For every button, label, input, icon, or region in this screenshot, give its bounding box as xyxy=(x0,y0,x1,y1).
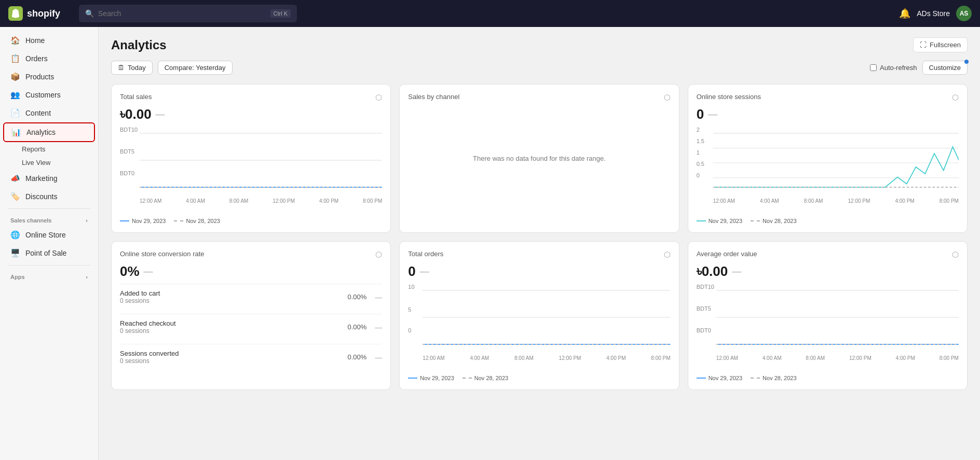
sidebar-item-reports[interactable]: Reports xyxy=(3,143,95,156)
customize-button[interactable]: Customize xyxy=(922,61,968,75)
notifications-icon[interactable]: 🔔 xyxy=(899,8,910,19)
sidebar-item-orders[interactable]: 📋 Orders xyxy=(3,50,95,67)
page-title: Analytics xyxy=(111,38,167,52)
aov-legend: Nov 29, 2023 Nov 28, 2023 xyxy=(697,375,959,381)
logo[interactable]: shopify xyxy=(8,6,60,21)
to-legend-yesterday-line xyxy=(462,378,472,379)
cr-export-icon[interactable]: ⬡ xyxy=(375,250,382,259)
oss-legend-today: Nov 29, 2023 xyxy=(697,218,742,224)
to-export-icon[interactable]: ⬡ xyxy=(664,250,671,259)
x-label-4: 4:00 PM xyxy=(319,198,338,204)
total-sales-y1: BDT10 xyxy=(120,127,138,133)
search-shortcut: Ctrl K xyxy=(270,9,291,18)
sales-by-channel-card: Sales by channel ⬡ There was no data fou… xyxy=(399,84,679,233)
total-sales-chart-svg xyxy=(140,127,382,194)
aov-export-icon[interactable]: ⬡ xyxy=(952,250,959,259)
to-dash: — xyxy=(420,266,429,277)
to-legend-today: Nov 29, 2023 xyxy=(408,375,454,381)
auto-refresh-checkbox[interactable] xyxy=(870,64,877,71)
oss-y3: 1 xyxy=(697,149,700,156)
sidebar-item-home[interactable]: 🏠 Home xyxy=(3,32,95,49)
cr-row-2-dash: — xyxy=(375,353,382,361)
to-chart-svg xyxy=(423,284,670,351)
sidebar-item-customers[interactable]: 👥 Customers xyxy=(3,86,95,104)
cr-row-1-value: 0.00% xyxy=(347,323,366,331)
sidebar-item-analytics[interactable]: 📊 Analytics xyxy=(3,122,95,142)
cr-value: 0% xyxy=(120,263,140,280)
sidebar-item-marketing[interactable]: 📣 Marketing xyxy=(3,170,95,187)
apps-expand-icon[interactable]: › xyxy=(86,274,88,280)
shopify-bag-icon xyxy=(8,6,23,21)
compare-filter-button[interactable]: Compare: Yesterday xyxy=(158,61,233,75)
oss-value-row: 0 — xyxy=(697,106,959,122)
sidebar-item-products[interactable]: 📦 Products xyxy=(3,68,95,86)
auto-refresh-label[interactable]: Auto-refresh xyxy=(870,64,917,72)
x-label-2: 8:00 AM xyxy=(229,198,249,204)
to-y1: 10 xyxy=(408,284,414,290)
to-title: Total orders xyxy=(408,250,443,258)
aov-y2: BDT5 xyxy=(697,305,711,312)
conversion-rate-card: Online store conversion rate ⬡ 0% — Adde… xyxy=(111,241,391,390)
cr-row-1: Reached checkout 0 sessions 0.00% — xyxy=(120,314,382,340)
total-sales-y3: BDT0 xyxy=(120,170,134,176)
oss-legend-today-label: Nov 29, 2023 xyxy=(709,218,742,224)
total-sales-export-icon[interactable]: ⬡ xyxy=(375,93,382,102)
discounts-icon: 🏷️ xyxy=(10,192,20,201)
sidebar-label-content: Content xyxy=(25,109,51,117)
to-legend: Nov 29, 2023 Nov 28, 2023 xyxy=(408,375,670,381)
oss-legend: Nov 29, 2023 Nov 28, 2023 xyxy=(697,218,959,224)
sidebar-label-marketing: Marketing xyxy=(25,174,57,183)
sidebar-item-point-of-sale[interactable]: 🖥️ Point of Sale xyxy=(3,244,95,262)
cr-value-row: 0% — xyxy=(120,263,382,280)
sidebar-label-point-of-sale: Point of Sale xyxy=(25,249,66,257)
filters-row: 🗓 Today Compare: Yesterday Auto-refresh … xyxy=(111,61,968,75)
topnav-right: 🔔 ADs Store AS xyxy=(899,6,972,21)
home-icon: 🏠 xyxy=(10,36,20,45)
cr-header: Online store conversion rate ⬡ xyxy=(120,250,382,259)
sidebar-item-live-view[interactable]: Live View xyxy=(3,156,95,169)
sidebar-item-discounts[interactable]: 🏷️ Discounts xyxy=(3,188,95,205)
cr-row-0-labels: Added to cart 0 sessions xyxy=(120,289,160,304)
sales-by-channel-export-icon[interactable]: ⬡ xyxy=(664,93,671,102)
sales-by-channel-title: Sales by channel xyxy=(408,93,459,101)
aov-dash: — xyxy=(732,266,741,277)
legend-yesterday-label: Nov 28, 2023 xyxy=(186,218,220,224)
oss-header: Online store sessions ⬡ xyxy=(697,93,959,102)
to-legend-yesterday-label: Nov 28, 2023 xyxy=(474,375,508,381)
aov-xaxis: 12:00 AM 4:00 AM 8:00 AM 12:00 PM 4:00 P… xyxy=(716,353,959,361)
sidebar-label-home: Home xyxy=(25,36,45,45)
sidebar-item-online-store[interactable]: 🌐 Online Store xyxy=(3,226,95,244)
search-input[interactable] xyxy=(98,9,266,18)
oss-x-label-2: 8:00 AM xyxy=(804,198,823,204)
sidebar-item-content[interactable]: 📄 Content xyxy=(3,104,95,122)
oss-x-label-5: 8:00 PM xyxy=(940,198,959,204)
cr-dash: — xyxy=(144,266,153,277)
auto-refresh-text: Auto-refresh xyxy=(880,64,917,72)
oss-legend-yesterday-line xyxy=(751,220,760,221)
total-sales-legend: Nov 29, 2023 Nov 28, 2023 xyxy=(120,218,382,224)
marketing-icon: 📣 xyxy=(10,174,20,183)
sales-channels-expand-icon[interactable]: › xyxy=(86,217,88,224)
total-sales-header: Total sales ⬡ xyxy=(120,93,382,102)
cr-row-0-dash: — xyxy=(375,293,382,301)
sales-by-channel-header: Sales by channel ⬡ xyxy=(408,93,670,102)
avatar[interactable]: AS xyxy=(956,6,972,21)
today-filter-button[interactable]: 🗓 Today xyxy=(111,61,153,75)
total-sales-title: Total sales xyxy=(120,93,152,101)
sidebar-label-live-view: Live View xyxy=(22,159,50,166)
to-header: Total orders ⬡ xyxy=(408,250,670,259)
oss-export-icon[interactable]: ⬡ xyxy=(952,93,959,102)
search-icon: 🔍 xyxy=(85,9,94,18)
aov-legend-today: Nov 29, 2023 xyxy=(697,375,742,381)
aov-legend-today-line xyxy=(697,378,706,379)
aov-y3: BDT0 xyxy=(697,327,711,333)
aov-x-label-0: 12:00 AM xyxy=(716,355,738,361)
oss-value: 0 xyxy=(697,106,704,122)
search-bar[interactable]: 🔍 Ctrl K xyxy=(79,5,297,22)
cr-row-1-sub: 0 sessions xyxy=(120,327,176,334)
fullscreen-button[interactable]: ⛶ Fullscreen xyxy=(913,37,968,52)
sidebar-label-customers: Customers xyxy=(25,91,61,99)
sidebar-label-online-store: Online Store xyxy=(25,231,66,239)
cr-row-2-labels: Sessions converted 0 sessions xyxy=(120,350,179,365)
online-store-sessions-card: Online store sessions ⬡ 0 — 2 1.5 1 0.5 … xyxy=(688,84,968,233)
